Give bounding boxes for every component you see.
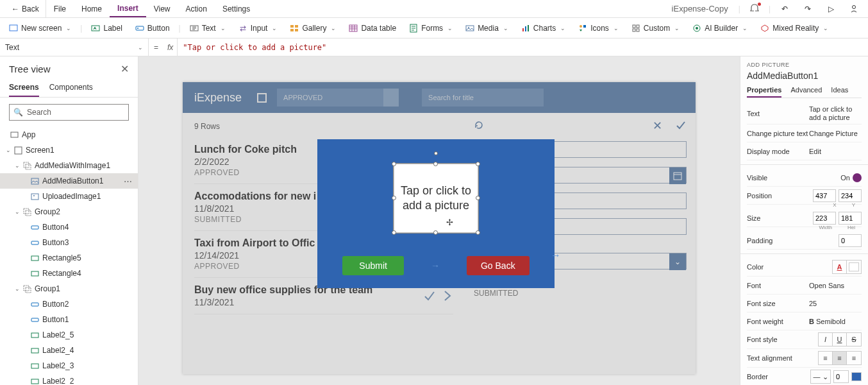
svg-rect-20 bbox=[637, 25, 639, 28]
chevron-down-icon: ⌄ bbox=[138, 44, 143, 51]
submit-button[interactable]: Submit bbox=[342, 256, 404, 275]
ai-builder-button[interactable]: AI Builder⌄ bbox=[686, 18, 754, 38]
size-height-input[interactable] bbox=[839, 212, 862, 225]
font-style-buttons[interactable]: I U S bbox=[818, 332, 862, 346]
title-search-input[interactable]: Search for title bbox=[422, 89, 544, 107]
resize-handle[interactable] bbox=[392, 162, 396, 166]
chevron-right-icon[interactable] bbox=[442, 289, 453, 303]
tree-node-label2-5[interactable]: Label2_5 bbox=[0, 327, 138, 343]
menu-insert[interactable]: Insert bbox=[110, 0, 146, 17]
tree-node-addmediawithimage1[interactable]: ⌄ AddMediaWithImage1 bbox=[0, 158, 138, 173]
border-width-input[interactable] bbox=[833, 370, 849, 383]
text-button[interactable]: Text⌄ bbox=[183, 18, 232, 38]
cancel-icon[interactable]: ✕ bbox=[653, 119, 662, 133]
change-picture-text-value[interactable]: Change Picture bbox=[809, 130, 862, 137]
group-icon bbox=[22, 161, 32, 170]
display-mode-value[interactable]: Edit bbox=[809, 148, 862, 155]
rotate-handle[interactable] bbox=[434, 151, 438, 155]
resize-handle[interactable] bbox=[476, 230, 480, 235]
input-button[interactable]: ⇄ Input⌄ bbox=[232, 18, 284, 38]
redo-icon[interactable]: ↷ bbox=[799, 1, 817, 17]
tree-node-button1[interactable]: Button1 bbox=[0, 312, 138, 327]
text-property-value[interactable]: Tap or click to add a picture bbox=[809, 105, 862, 122]
position-y-input[interactable] bbox=[839, 189, 862, 202]
chevron-down-icon: ⌄ bbox=[388, 94, 394, 101]
accept-icon[interactable] bbox=[675, 119, 687, 133]
size-width-input[interactable] bbox=[813, 212, 836, 225]
tree-node-rectangle5[interactable]: Rectangle5 bbox=[0, 250, 138, 266]
tab-components[interactable]: Components bbox=[49, 79, 93, 97]
filter-checkbox[interactable] bbox=[257, 93, 267, 103]
position-x-input[interactable] bbox=[813, 189, 836, 202]
tree-node-button2[interactable]: Button2 bbox=[0, 296, 138, 312]
resize-handle[interactable] bbox=[476, 162, 480, 166]
tree-node-button3[interactable]: Button3 bbox=[0, 235, 138, 250]
label-button[interactable]: Label bbox=[85, 18, 128, 38]
text-align-buttons[interactable]: ≡≡≡ bbox=[818, 351, 862, 365]
resize-handle[interactable] bbox=[392, 196, 396, 200]
tree-node-button4[interactable]: Button4 bbox=[0, 219, 138, 235]
tree-search-input[interactable]: 🔍 Search bbox=[9, 104, 129, 121]
mixed-reality-icon bbox=[760, 24, 769, 33]
tree-node-rectangle4[interactable]: Rectangle4 bbox=[0, 266, 138, 281]
play-icon[interactable]: ▷ bbox=[822, 1, 840, 17]
button-button[interactable]: Button bbox=[129, 18, 176, 38]
border-style-select[interactable]: — ⌄ bbox=[810, 370, 831, 384]
refresh-icon[interactable] bbox=[474, 120, 484, 132]
new-screen-button[interactable]: New screen⌄ bbox=[3, 18, 78, 38]
status-filter-dropdown[interactable]: APPROVED ⌄ bbox=[277, 89, 399, 107]
font-weight-select[interactable]: B Semibold bbox=[809, 318, 862, 325]
calendar-icon[interactable] bbox=[669, 167, 686, 184]
font-select[interactable]: Open Sans bbox=[809, 282, 862, 289]
more-icon[interactable]: ⋯ bbox=[124, 176, 133, 186]
undo-icon[interactable]: ↶ bbox=[776, 1, 794, 17]
gallery-button[interactable]: Gallery⌄ bbox=[283, 18, 342, 38]
color-picker[interactable]: A bbox=[832, 260, 862, 274]
tree-node-label2-4[interactable]: Label2_4 bbox=[0, 343, 138, 358]
resize-handle[interactable] bbox=[433, 162, 438, 166]
padding-input[interactable] bbox=[839, 234, 862, 247]
visible-toggle[interactable]: On bbox=[840, 173, 862, 182]
formula-input[interactable]: "Tap or click to add a picture" bbox=[178, 43, 868, 52]
menu-file[interactable]: File bbox=[46, 0, 74, 17]
tree-node-label2-3[interactable]: Label2_3 bbox=[0, 358, 138, 373]
svg-rect-41 bbox=[31, 318, 38, 321]
font-size-input[interactable]: 25 bbox=[809, 300, 862, 307]
check-icon[interactable] bbox=[422, 289, 437, 303]
resize-handle[interactable] bbox=[433, 230, 438, 235]
canvas[interactable]: iExpense APPROVED ⌄ Search for title 9 R… bbox=[138, 56, 740, 385]
icons-button[interactable]: Icons⌄ bbox=[572, 18, 625, 38]
resize-handle[interactable] bbox=[476, 196, 480, 200]
tree-node-label2-2[interactable]: Label2_2 bbox=[0, 373, 138, 385]
menu-action[interactable]: Action bbox=[178, 0, 215, 17]
border-color-swatch[interactable] bbox=[851, 372, 862, 381]
menu-view[interactable]: View bbox=[146, 0, 178, 17]
back-button[interactable]: ← Back bbox=[5, 0, 46, 17]
tree-node-uploadedimage1[interactable]: UploadedImage1 bbox=[0, 189, 138, 204]
close-icon[interactable]: ✕ bbox=[121, 63, 129, 75]
menu-home[interactable]: Home bbox=[74, 0, 110, 17]
menu-settings[interactable]: Settings bbox=[215, 0, 258, 17]
forms-button[interactable]: Forms⌄ bbox=[403, 18, 459, 38]
tab-properties[interactable]: Properties bbox=[747, 86, 781, 98]
tree-node-screen1[interactable]: ⌄ Screen1 bbox=[0, 142, 138, 158]
tab-ideas[interactable]: Ideas bbox=[831, 86, 848, 98]
health-check-icon[interactable] bbox=[746, 1, 764, 17]
tree-node-app[interactable]: App bbox=[0, 127, 138, 142]
tree-node-addmediabutton1[interactable]: AddMediaButton1 ⋯ bbox=[0, 173, 138, 189]
resize-handle[interactable] bbox=[392, 230, 396, 235]
mixed-reality-button[interactable]: Mixed Reality⌄ bbox=[754, 18, 835, 38]
charts-button[interactable]: Charts⌄ bbox=[515, 18, 572, 38]
tree-node-group2[interactable]: ⌄ Group2 bbox=[0, 204, 138, 219]
media-button[interactable]: Media⌄ bbox=[459, 18, 515, 38]
share-icon[interactable] bbox=[845, 1, 863, 17]
add-media-button-selected[interactable]: Tap or click to add a picture ✢ bbox=[394, 164, 478, 233]
data-table-button[interactable]: Data table bbox=[342, 18, 403, 38]
tab-screens[interactable]: Screens bbox=[9, 79, 39, 97]
custom-button[interactable]: Custom⌄ bbox=[625, 18, 686, 38]
go-back-button[interactable]: Go Back bbox=[467, 256, 530, 275]
label-icon bbox=[29, 346, 40, 355]
tab-advanced[interactable]: Advanced bbox=[790, 86, 822, 98]
property-selector[interactable]: Text ⌄ bbox=[0, 38, 149, 56]
tree-node-group1[interactable]: ⌄ Group1 bbox=[0, 281, 138, 296]
